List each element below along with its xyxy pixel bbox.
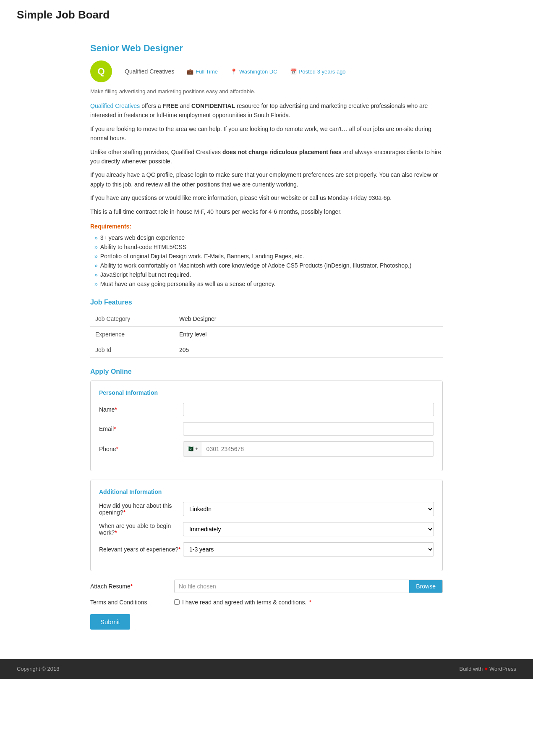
job-features-title: Job Features: [90, 299, 443, 306]
hear-row: How did you hear about this opening?* Li…: [99, 502, 434, 516]
desc-para1: Qualified Creatives offers a FREE and CO…: [90, 101, 443, 120]
phone-label: Phone*: [99, 446, 183, 452]
phone-flag: 🇵🇰 +: [183, 442, 202, 456]
location-meta[interactable]: 📍 Washington DC: [230, 68, 277, 75]
calendar-icon: 📅: [290, 68, 297, 75]
job-features-table: Job Category Web Designer Experience Ent…: [90, 311, 443, 358]
list-item: Ability to work comfortably on Macintosh…: [94, 261, 443, 270]
site-title: Simple Job Board: [17, 8, 516, 21]
begin-select[interactable]: Immediately 2 weeks 1 month Other: [183, 522, 434, 536]
attach-resume-label: Attach Resume*: [90, 583, 174, 590]
email-input[interactable]: [183, 422, 434, 436]
tagline: Make filling advertising and marketing p…: [90, 88, 443, 94]
job-type-meta: 💼 Full Time: [187, 68, 218, 75]
table-row: Experience Entry level: [90, 326, 443, 342]
additional-info-title: Additional Information: [99, 488, 434, 495]
email-row: Email*: [99, 422, 434, 436]
requirements-title: Requirements:: [90, 223, 443, 230]
list-item: Ability to hand-code HTML5/CSS: [94, 242, 443, 252]
posted-meta: 📅 Posted 3 years ago: [290, 68, 346, 75]
personal-info-title: Personal Information: [99, 389, 434, 396]
job-title: Senior Web Designer: [90, 43, 443, 54]
feature-label: Job Category: [90, 311, 174, 327]
feature-value: 205: [174, 342, 443, 357]
name-row: Name*: [99, 403, 434, 416]
table-row: Job Id 205: [90, 342, 443, 357]
company-link[interactable]: Qualified Creatives: [90, 102, 140, 109]
apply-online-title: Apply Online: [90, 368, 443, 375]
hear-select[interactable]: LinkedIn Indeed Google Referral Other: [183, 502, 434, 516]
heart-icon: ♥: [484, 666, 488, 672]
file-name: No file chosen: [175, 580, 409, 593]
submit-button[interactable]: Submit: [90, 614, 130, 630]
name-input[interactable]: [183, 403, 434, 416]
footer-right: Build with ♥ WordPress: [460, 666, 516, 672]
phone-row: Phone* 🇵🇰 +: [99, 441, 434, 457]
location-icon: 📍: [230, 68, 237, 75]
feature-label: Job Id: [90, 342, 174, 357]
company-name: Qualified Creatives: [125, 68, 174, 75]
feature-value: Entry level: [174, 326, 443, 342]
experience-label: Relevant years of experience?*: [99, 546, 183, 553]
main-content: Senior Web Designer Q Qualified Creative…: [73, 30, 460, 642]
phone-wrapper: 🇵🇰 +: [183, 441, 434, 457]
site-header: Simple Job Board: [0, 0, 533, 30]
list-item: Portfolio of original Digital Design wor…: [94, 252, 443, 261]
file-input-wrapper: No file chosen Browse: [174, 580, 443, 593]
desc-para5: If you have any questions or would like …: [90, 193, 443, 202]
terms-label: Terms and Conditions: [90, 599, 174, 606]
copyright: Copyright © 2018: [17, 666, 59, 672]
table-row: Job Category Web Designer: [90, 311, 443, 327]
begin-label: When are you able to begin work?*: [99, 522, 183, 536]
email-label: Email*: [99, 425, 183, 432]
browse-button[interactable]: Browse: [409, 580, 442, 593]
desc-para2: If you are looking to move to the area w…: [90, 124, 443, 143]
feature-value: Web Designer: [174, 311, 443, 327]
feature-label: Experience: [90, 326, 174, 342]
hear-label: How did you hear about this opening?*: [99, 502, 183, 516]
desc-para6: This is a full-time contract role in-hou…: [90, 207, 443, 216]
company-logo: Q: [90, 60, 112, 82]
name-label: Name*: [99, 406, 183, 413]
experience-row: Relevant years of experience?* 1-3 years…: [99, 542, 434, 556]
list-item: JavaScript helpful but not required.: [94, 270, 443, 279]
additional-info-section: Additional Information How did you hear …: [90, 480, 443, 571]
desc-para3: Unlike other staffing providers, Qualifi…: [90, 147, 443, 166]
site-footer: Copyright © 2018 Build with ♥ WordPress: [0, 659, 533, 679]
desc-para4: If you already have a QC profile, please…: [90, 170, 443, 189]
job-meta: Q Qualified Creatives 💼 Full Time 📍 Wash…: [90, 60, 443, 82]
list-item: 3+ years web design experience: [94, 233, 443, 242]
job-description: Qualified Creatives offers a FREE and CO…: [90, 101, 443, 216]
terms-checkbox[interactable]: [174, 599, 180, 605]
begin-row: When are you able to begin work?* Immedi…: [99, 522, 434, 536]
requirements-list: 3+ years web design experience Ability t…: [90, 233, 443, 289]
personal-info-section: Personal Information Name* Email* Phone*…: [90, 381, 443, 471]
attach-resume-row: Attach Resume* No file chosen Browse: [90, 580, 443, 593]
terms-row: Terms and Conditions I have read and agr…: [90, 599, 443, 606]
briefcase-icon: 💼: [187, 68, 193, 75]
phone-input[interactable]: [202, 443, 434, 455]
terms-value: I have read and agreed with terms & cond…: [174, 599, 443, 606]
list-item: Must have an easy going personality as w…: [94, 279, 443, 289]
experience-select[interactable]: 1-3 years 3-5 years 5+ years Less than 1…: [183, 542, 434, 556]
